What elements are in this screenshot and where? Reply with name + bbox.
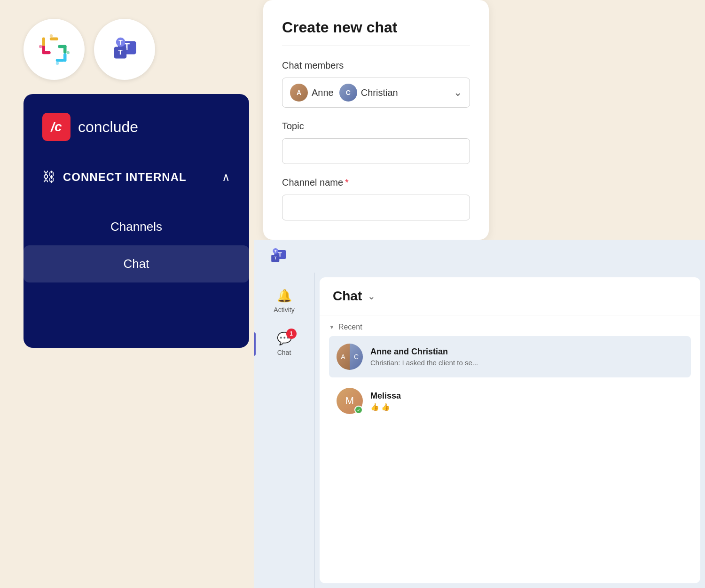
svg-rect-6 xyxy=(42,37,45,46)
chat-badge: 1 xyxy=(286,329,297,339)
anne-christian-info: Anne and Christian Christian: I asked th… xyxy=(370,347,683,367)
teams-overlay: T T T 🔔 Activity 💬 1 Chat xyxy=(254,240,705,588)
chat-members-field[interactable]: A Anne C Christian ⌄ xyxy=(282,78,470,108)
active-indicator xyxy=(254,332,256,356)
teams-chat-header: Chat ⌄ xyxy=(320,277,700,315)
svg-rect-11 xyxy=(55,62,59,65)
anne-avatar: A xyxy=(290,84,308,102)
christian-avatar: C xyxy=(339,84,357,102)
svg-rect-1 xyxy=(42,45,45,53)
svg-rect-10 xyxy=(55,59,64,62)
conclude-logo-text: /c xyxy=(51,119,62,134)
required-star: * xyxy=(345,177,349,188)
anne-half-avatar: A xyxy=(337,344,350,370)
chat-nav-item[interactable]: Chat xyxy=(24,245,249,282)
melissa-preview: 👍 👍 xyxy=(370,403,683,411)
recent-label: ▼ Recent xyxy=(329,323,691,331)
svg-text:T: T xyxy=(274,255,277,260)
teams-logo-small: T T T xyxy=(268,246,289,267)
recent-triangle-icon: ▼ xyxy=(329,324,335,330)
svg-rect-4 xyxy=(63,45,67,53)
melissa-info: Melissa 👍 👍 xyxy=(370,391,683,411)
svg-text:T: T xyxy=(118,39,123,46)
svg-text:T: T xyxy=(118,48,123,56)
chat-badge-wrapper: 💬 1 xyxy=(277,331,292,346)
chat-sidebar-label: Chat xyxy=(277,349,291,356)
member-christian-chip: C Christian xyxy=(339,84,398,102)
recent-section: ▼ Recent A C Anne and Christian Christia… xyxy=(320,315,700,429)
channels-nav-item[interactable]: Channels xyxy=(42,208,230,245)
teams-content: 🔔 Activity 💬 1 Chat Chat ⌄ xyxy=(254,273,705,588)
divider xyxy=(282,46,470,46)
sidebar-item-chat[interactable]: 💬 1 Chat xyxy=(254,325,314,363)
svg-rect-8 xyxy=(49,37,58,40)
thumbs-up-1: 👍 xyxy=(370,403,379,411)
anne-christian-name: Anne and Christian xyxy=(370,347,683,357)
chat-dropdown-icon[interactable]: ⌄ xyxy=(368,290,376,302)
chat-item-melissa[interactable]: M ✓ Melissa 👍 👍 xyxy=(329,380,691,422)
svg-rect-5 xyxy=(66,51,70,54)
left-panel: T T T /c conclude ⛓ CONNECT INTERNAL ∧ C… xyxy=(24,19,249,348)
channels-label: Channels xyxy=(110,220,162,234)
connect-internal-label: CONNECT INTERNAL xyxy=(63,171,214,184)
teams-header-bar: T T T xyxy=(254,240,705,273)
topic-label: Topic xyxy=(282,121,470,132)
teams-icon: T T T xyxy=(108,33,141,66)
link-icon: ⛓ xyxy=(42,169,55,185)
activity-icon: 🔔 xyxy=(277,289,292,303)
create-chat-title: Create new chat xyxy=(282,19,470,36)
app-icons-row: T T T xyxy=(24,19,249,80)
conclude-header: /c conclude xyxy=(42,113,230,141)
teams-sidebar: 🔔 Activity 💬 1 Chat xyxy=(254,273,315,588)
chat-members-label: Chat members xyxy=(282,60,470,71)
christian-name: Christian xyxy=(361,87,398,98)
topic-input[interactable] xyxy=(282,138,470,164)
thumbs-up-2: 👍 xyxy=(381,403,390,411)
teams-main-panel: Chat ⌄ ▼ Recent A C Anne and Christian xyxy=(320,277,700,583)
connect-internal-row[interactable]: ⛓ CONNECT INTERNAL ∧ xyxy=(42,169,230,185)
member-anne-chip: A Anne xyxy=(290,84,334,102)
recent-text: Recent xyxy=(338,323,362,331)
chat-label: Chat xyxy=(124,257,149,271)
anne-christian-avatar: A C xyxy=(337,344,363,370)
sidebar-item-activity[interactable]: 🔔 Activity xyxy=(254,282,314,320)
verified-badge: ✓ xyxy=(354,406,363,414)
anne-christian-preview: Christian: I asked the client to se... xyxy=(370,359,683,367)
channel-name-label: Channel name* xyxy=(282,177,470,188)
melissa-avatar-wrap: M ✓ xyxy=(337,388,363,414)
conclude-logo: /c xyxy=(42,113,70,141)
slack-icon xyxy=(39,34,70,65)
conclude-title: conclude xyxy=(78,118,138,136)
svg-text:T: T xyxy=(274,249,277,253)
create-chat-panel: Create new chat Chat members A Anne C Ch… xyxy=(263,0,489,240)
chevron-up-icon: ∧ xyxy=(222,171,230,184)
anne-name: Anne xyxy=(312,87,334,98)
members-dropdown-icon[interactable]: ⌄ xyxy=(454,86,462,99)
christian-half-avatar: C xyxy=(350,344,363,370)
channel-name-input[interactable] xyxy=(282,195,470,220)
chat-header-title: Chat xyxy=(333,289,362,304)
channel-name-label-text: Channel name xyxy=(282,177,343,188)
melissa-name: Melissa xyxy=(370,391,683,401)
conclude-card: /c conclude ⛓ CONNECT INTERNAL ∧ Channel… xyxy=(24,94,249,348)
svg-rect-7 xyxy=(49,34,53,38)
activity-label: Activity xyxy=(274,306,294,314)
svg-rect-2 xyxy=(39,45,42,48)
teams-icon-circle[interactable]: T T T xyxy=(94,19,155,80)
slack-icon-circle[interactable] xyxy=(24,19,85,80)
chat-item-anne-christian[interactable]: A C Anne and Christian Christian: I aske… xyxy=(329,336,691,377)
